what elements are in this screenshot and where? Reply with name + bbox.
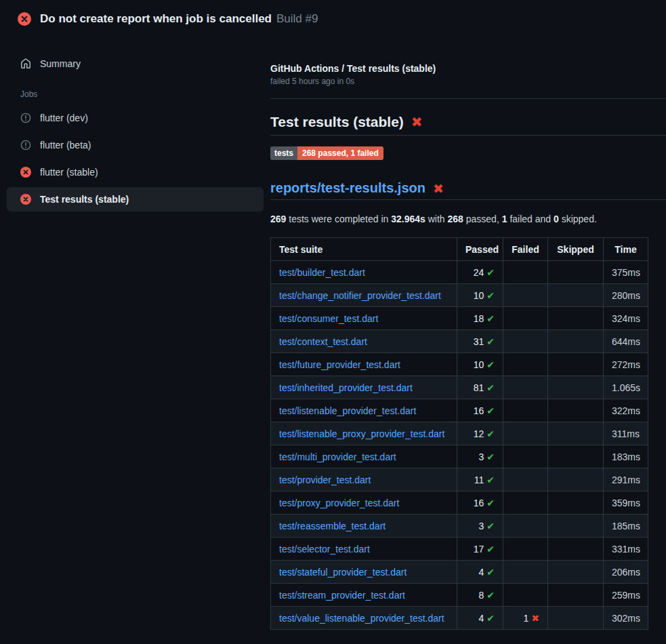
time-cell: 359ms [604, 491, 648, 515]
passed-cell: 3✔ [457, 515, 503, 538]
check-icon: ✔ [486, 359, 495, 370]
build-number: Build #9 [276, 12, 318, 26]
suite-cell: test/stateful_provider_test.dart [271, 561, 457, 584]
suite-link[interactable]: test/stream_provider_test.dart [279, 590, 405, 601]
suite-cell: test/listenable_provider_test.dart [271, 399, 457, 422]
suite-link[interactable]: test/builder_test.dart [279, 267, 365, 278]
failed-circle-icon [18, 12, 31, 26]
failed-cell [503, 307, 548, 330]
passed-cell: 10✔ [457, 284, 503, 307]
failed-cell [503, 399, 548, 422]
failed-cell [503, 284, 548, 307]
suite-cell: test/proxy_provider_test.dart [271, 491, 457, 515]
table-row: test/change_notifier_provider_test.dart1… [271, 284, 648, 307]
summary-segment: passed, [463, 214, 502, 224]
sidebar-item-label: flutter (dev) [40, 113, 88, 123]
sidebar-item-summary[interactable]: Summary [7, 53, 264, 75]
skipped-cell [548, 353, 604, 376]
table-row: test/stream_provider_test.dart8✔259ms [271, 584, 648, 607]
suite-link[interactable]: test/selector_test.dart [279, 544, 370, 555]
table-row: test/listenable_proxy_provider_test.dart… [271, 422, 648, 445]
check-icon: ✔ [486, 590, 495, 601]
job-list: flutter (dev)flutter (beta)flutter (stab… [0, 106, 270, 212]
suite-link[interactable]: test/listenable_provider_test.dart [279, 405, 416, 416]
sidebar-item-test-results-stable[interactable]: Test results (stable) [7, 187, 264, 212]
tests-badge[interactable]: tests 268 passed, 1 failed [270, 146, 383, 160]
check-icon: ✔ [486, 521, 495, 531]
sidebar-item-flutter-dev[interactable]: flutter (dev) [7, 106, 264, 130]
report-file-link[interactable]: reports/test-results.json [270, 180, 425, 196]
suite-cell: test/future_provider_test.dart [271, 353, 457, 376]
suite-link[interactable]: test/change_notifier_provider_test.dart [279, 290, 441, 301]
suite-link[interactable]: test/multi_provider_test.dart [279, 451, 396, 462]
time-cell: 644ms [604, 330, 648, 353]
summary-segment: 1 [502, 214, 507, 224]
suite-link[interactable]: test/reassemble_test.dart [279, 521, 386, 531]
tests-summary-line: 269 tests were completed in 32.964s with… [270, 214, 666, 224]
suite-cell: test/value_listenable_provider_test.dart [271, 607, 457, 630]
sidebar-item-label: flutter (stable) [40, 167, 98, 178]
suite-link[interactable]: test/stateful_provider_test.dart [279, 567, 407, 578]
sidebar-item-flutter-stable[interactable]: flutter (stable) [7, 160, 264, 184]
passed-cell: 4✔ [457, 561, 503, 584]
time-cell: 183ms [604, 445, 648, 468]
suite-cell: test/selector_test.dart [271, 538, 457, 561]
sidebar-item-label: flutter (beta) [40, 140, 91, 150]
badge-value: 268 passed, 1 failed [297, 146, 383, 160]
suite-link[interactable]: test/consumer_test.dart [279, 313, 378, 324]
failed-x-icon: ✖ [411, 114, 423, 130]
skipped-cell [548, 330, 604, 353]
time-cell: 324ms [604, 307, 648, 330]
passed-cell: 81✔ [457, 376, 503, 399]
failed-cell [503, 422, 548, 445]
failed-x-icon: ✖ [433, 181, 444, 196]
sidebar-item-flutter-beta[interactable]: flutter (beta) [7, 133, 264, 157]
skipped-cell [548, 376, 604, 399]
time-cell: 1.065s [604, 376, 648, 399]
skipped-cell [548, 284, 604, 307]
col-header-skipped: Skipped [548, 238, 604, 261]
suite-link[interactable]: test/context_test.dart [279, 336, 367, 347]
skipped-cell [548, 307, 604, 330]
sidebar-summary-label: Summary [40, 58, 81, 69]
col-header-time: Time [604, 238, 648, 261]
col-header-failed: Failed [503, 238, 548, 261]
suite-link[interactable]: test/value_listenable_provider_test.dart [279, 613, 444, 624]
failed-cell [503, 561, 548, 584]
suite-cell: test/context_test.dart [271, 330, 457, 353]
passed-cell: 16✔ [457, 491, 503, 515]
check-icon: ✔ [486, 613, 495, 624]
table-row: test/value_listenable_provider_test.dart… [271, 607, 648, 630]
page-header: Do not create report when job is cancell… [0, 0, 666, 38]
time-cell: 375ms [604, 261, 648, 284]
sidebar: Summary Jobs flutter (dev)flutter (beta)… [0, 38, 270, 212]
divider [270, 98, 666, 99]
table-row: test/builder_test.dart24✔375ms [271, 261, 648, 284]
time-cell: 331ms [604, 538, 648, 561]
home-icon [20, 58, 31, 69]
suite-link[interactable]: test/future_provider_test.dart [279, 359, 400, 370]
summary-segment: tests were completed in [286, 214, 391, 224]
suite-link[interactable]: test/proxy_provider_test.dart [279, 498, 399, 508]
time-cell: 311ms [604, 422, 648, 445]
report-heading: reports/test-results.json ✖ [270, 180, 666, 200]
passed-cell: 12✔ [457, 422, 503, 445]
check-icon: ✔ [486, 336, 495, 347]
x-icon: ✖ [531, 613, 539, 624]
suite-cell: test/change_notifier_provider_test.dart [271, 284, 457, 307]
failed-cell [503, 584, 548, 607]
jobs-heading: Jobs [0, 89, 270, 99]
suite-link[interactable]: test/inherited_provider_test.dart [279, 382, 413, 393]
summary-segment: 268 [448, 214, 463, 224]
section-heading: Test results (stable) ✖ [270, 114, 666, 136]
check-icon: ✔ [486, 382, 495, 393]
table-row: test/stateful_provider_test.dart4✔206ms [271, 561, 648, 584]
suite-link[interactable]: test/provider_test.dart [279, 475, 371, 485]
suite-cell: test/builder_test.dart [271, 261, 457, 284]
check-icon: ✔ [486, 451, 495, 462]
suite-cell: test/multi_provider_test.dart [271, 445, 457, 468]
suite-link[interactable]: test/listenable_proxy_provider_test.dart [279, 428, 444, 439]
skipped-cell [548, 515, 604, 538]
skipped-cell [548, 584, 604, 607]
table-row: test/reassemble_test.dart3✔185ms [271, 515, 648, 538]
